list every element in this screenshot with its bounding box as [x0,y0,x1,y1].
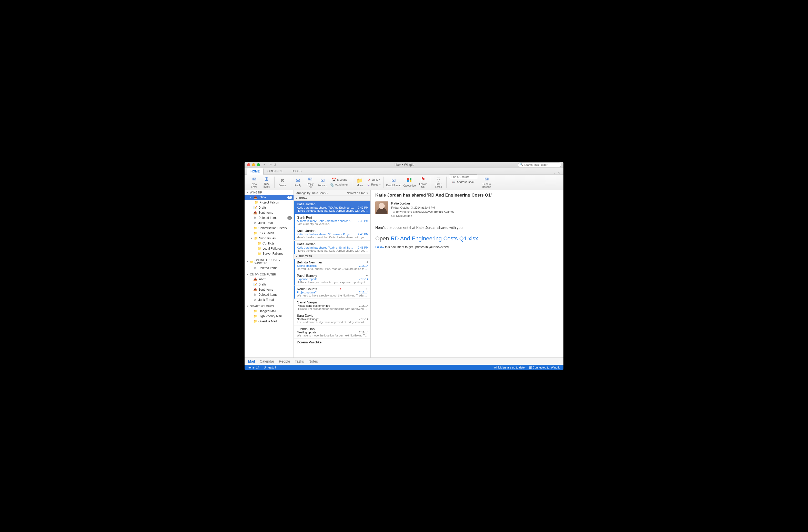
oc-junk[interactable]: ⊘Junk E-mail [244,297,294,302]
folder-icon: 📁 [257,252,261,255]
nav-mail[interactable]: Mail [248,359,255,363]
search-input[interactable] [518,163,562,167]
oc-drafts[interactable]: 📝Drafts [244,282,294,287]
message-item[interactable]: Katie JordanKatie Jordan has shared 'Aud… [294,241,370,254]
nav-tasks[interactable]: Tasks [295,359,304,363]
status-unread-count: Unread: 7 [264,366,276,369]
ribbon-tabs: HOME ORGANIZE TOOLS ⌄ ☺ [244,168,564,174]
nav-people[interactable]: People [279,359,290,363]
attachment-button[interactable]: 📎 Attachment [330,183,349,187]
send-receive-button[interactable]: ✉ Send & Receive [482,176,492,188]
calendar-icon: 📅 [332,177,336,182]
message-item[interactable]: Belinda Newman⬇Sports statistics7/18/14D… [294,259,370,272]
folder-junk[interactable]: ⊘Junk Email [244,221,294,226]
folder-sync-issues[interactable]: ▼📁Sync Issues [244,236,294,241]
archive-deleted[interactable]: 🗑Deleted Items [244,265,294,271]
junk-icon: ⊘ [368,177,371,182]
address-book-button[interactable]: 📖 Address Book [452,180,474,184]
reply-all-button[interactable]: ✉ Reply All [305,176,315,188]
replied-icon: ↩ [366,287,368,291]
document-link[interactable]: RD And Engineering Costs Q1.xlsx [391,235,478,242]
meeting-button[interactable]: 📅 Meeting [330,177,349,182]
tab-home[interactable]: HOME [246,168,263,174]
message-scroll[interactable]: ▼TODAY Katie JordanKatie Jordan has shar… [294,196,370,358]
oc-inbox[interactable]: 📥Inbox [244,277,294,282]
new-items-button[interactable]: 🗓 New Items [261,176,272,188]
section-on-my-computer[interactable]: ▼ON MY COMPUTER [244,272,294,277]
undo-icon[interactable]: ↶ [263,163,267,167]
folder-icon: 📁 [254,236,258,240]
message-time: 7/17/14 [359,331,368,334]
minimize-window-button[interactable] [252,163,255,166]
smart-overdue[interactable]: 📁Overdue Mail [244,319,294,324]
group-this-year[interactable]: ▼THIS YEAR [294,254,370,259]
folder-icon: 📁 [253,315,257,318]
close-window-button[interactable] [247,163,250,166]
message-item[interactable]: Sara DavisNorthwind Budget7/18/14The Nor… [294,312,370,325]
move-button[interactable]: 📁 Move [355,177,365,187]
folder-conversation-history[interactable]: 📁Conversation History [244,226,294,231]
redo-icon[interactable]: ↷ [269,163,272,167]
arrange-by-button[interactable]: Arrange By: Date Sent ▴▾ [294,191,347,194]
read-unread-button[interactable]: ✉ Read/Unread [386,177,401,187]
account-header-wingtip[interactable]: ▼WINGTIP [244,190,294,195]
message-time: 7/18/14 [359,291,368,294]
forwarded-icon: ⬇ [366,261,368,264]
message-item[interactable]: Garret VargasPlease send customer info7/… [294,299,370,312]
tab-tools[interactable]: TOOLS [287,168,305,174]
smiley-feedback-icon[interactable]: ☺ [558,171,561,174]
print-icon[interactable]: ⎙ [274,163,276,167]
folder-project-falcon[interactable]: 📁Project Falcon [244,200,294,205]
folder-server-failures[interactable]: 📁Server Failures [244,251,294,256]
folder-inbox[interactable]: ▼ 📥 Inbox 7 [244,195,294,200]
message-item[interactable]: Pavel Bansky↩Expense reports7/18/14Hi Ka… [294,272,370,285]
follow-link[interactable]: Follow [375,245,384,249]
follow-up-button[interactable]: ⚑ Follow Up [418,176,428,188]
smart-flagged[interactable]: 📁Flagged Mail [244,308,294,314]
inbox-icon: 📥 [254,195,257,199]
message-item[interactable]: Katie JordanKatie Jordan has shared 'RD … [294,201,370,214]
new-email-button[interactable]: ✉ New Email [249,176,259,188]
junk-folder-icon: ⊘ [253,221,257,225]
rules-button[interactable]: ↯ Rules▾ [367,183,381,187]
nav-expand-icon[interactable]: ‹ [558,359,560,363]
folder-local-failures[interactable]: 📁Local Failures [244,246,294,251]
message-item[interactable]: Junmin HaoMeeting update7/17/14We have t… [294,325,370,339]
folder-conflicts[interactable]: 📁Conflicts [244,241,294,246]
zoom-window-button[interactable] [257,163,260,166]
message-item[interactable]: Garth FortAutomatic reply: Katie Jordan … [294,214,370,227]
account-header-archive[interactable]: ▼📁Online Archive - Wingtip [244,258,294,265]
junk-button[interactable]: ⊘ Junk▾ [367,177,381,182]
forward-button[interactable]: ✉ Forward [317,177,328,187]
categorize-button[interactable]: Categorize [403,177,416,187]
sort-order-button[interactable]: Newest on Top ▼ [347,191,370,194]
smart-high-priority[interactable]: 📁High Priority Mail [244,314,294,319]
message-item[interactable]: Katie JordanKatie Jordan has shared 'Pro… [294,227,370,241]
collapse-ribbon-icon[interactable]: ⌄ [553,171,556,174]
oc-sent[interactable]: 📤Sent Items [244,287,294,292]
find-contact-input[interactable] [449,174,477,179]
trash-icon: 🗑 [253,293,257,297]
message-item[interactable]: Dorena Paschke [294,339,370,346]
message-preview: Do you LOVE sports? If so, read on... We… [297,267,368,270]
folder-drafts[interactable]: 📝Drafts [244,205,294,210]
message-subject: Katie Jordan has shared 'RD And Engineer… [375,193,559,198]
folder-sent[interactable]: 📤Sent Items [244,210,294,215]
folder-tree[interactable]: ▼WINGTIP ▼ 📥 Inbox 7 📁Project Falcon 📝Dr… [244,190,294,358]
message-preview: Here's the document that Katie Jordan sh… [297,209,368,212]
message-item[interactable]: Robin Counts! ↩Project update?7/18/14We … [294,285,370,299]
tab-organize[interactable]: ORGANIZE [263,168,287,174]
delete-button[interactable]: ✖ Delete [277,177,287,187]
section-smart-folders[interactable]: ▼SMART FOLDERS [244,304,294,308]
inbox-icon: 📥 [253,278,257,281]
group-today[interactable]: ▼TODAY [294,196,370,201]
reply-button[interactable]: ✉ Reply [293,177,303,187]
ribbon: ✉ New Email 🗓 New Items ✖ Delete ✉ Reply… [244,174,564,190]
folder-rss[interactable]: 📁RSS Feeds [244,231,294,236]
filter-email-button[interactable]: ▽ Filter Email [434,176,444,188]
nav-calendar[interactable]: Calendar [260,359,274,363]
folder-deleted[interactable]: 🗑Deleted Items3 [244,215,294,221]
paperclip-icon: 📎 [330,183,334,187]
oc-deleted[interactable]: 🗑Deleted Items [244,292,294,297]
nav-notes[interactable]: Notes [308,359,318,363]
